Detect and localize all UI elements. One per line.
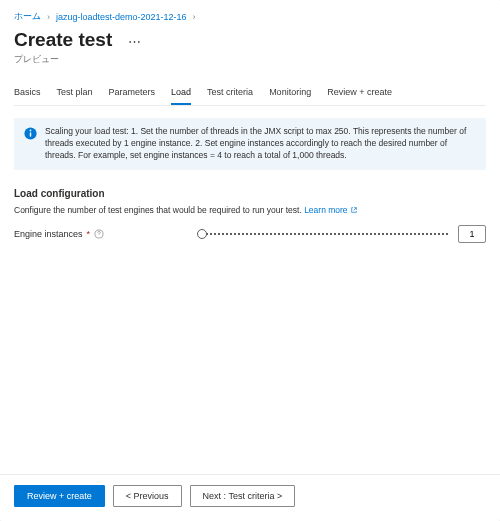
required-indicator: * [87, 229, 91, 239]
breadcrumb-resource[interactable]: jazug-loadtest-demo-2021-12-16 [56, 12, 187, 22]
section-desc-text: Configure the number of test engines tha… [14, 205, 304, 215]
slider-thumb[interactable] [197, 229, 207, 239]
chevron-right-icon: › [193, 12, 196, 22]
info-text: Scaling your load test: 1. Set the numbe… [45, 126, 476, 162]
engine-instances-slider[interactable] [202, 233, 448, 235]
footer: Review + create < Previous Next : Test c… [0, 474, 500, 521]
help-circle-icon[interactable] [94, 229, 104, 239]
chevron-right-icon: › [47, 12, 50, 22]
external-link-icon [350, 206, 358, 214]
tab-basics[interactable]: Basics [14, 82, 41, 105]
section-title: Load configuration [14, 188, 486, 199]
engine-instances-input[interactable] [458, 225, 486, 243]
svg-rect-1 [30, 132, 31, 136]
review-create-button[interactable]: Review + create [14, 485, 105, 507]
section-desc: Configure the number of test engines tha… [14, 205, 486, 215]
info-box: Scaling your load test: 1. Set the numbe… [14, 118, 486, 170]
tabs: Basics Test plan Parameters Load Test cr… [14, 82, 486, 106]
previous-button[interactable]: < Previous [113, 485, 182, 507]
engine-instances-field: Engine instances * [14, 225, 486, 243]
svg-point-4 [99, 233, 100, 234]
tab-monitoring[interactable]: Monitoring [269, 82, 311, 105]
engine-instances-label: Engine instances [14, 229, 83, 239]
page-title: Create test [14, 29, 112, 51]
tab-load[interactable]: Load [171, 82, 191, 105]
tab-parameters[interactable]: Parameters [109, 82, 156, 105]
page-subtitle: プレビュー [14, 53, 486, 66]
breadcrumb: ホーム › jazug-loadtest-demo-2021-12-16 › [14, 10, 486, 23]
tab-review-create[interactable]: Review + create [327, 82, 392, 105]
tab-test-criteria[interactable]: Test criteria [207, 82, 253, 105]
svg-point-2 [30, 130, 32, 132]
info-icon [24, 127, 37, 140]
next-button[interactable]: Next : Test criteria > [190, 485, 296, 507]
breadcrumb-home[interactable]: ホーム [14, 10, 41, 23]
more-icon[interactable]: ⋯ [124, 35, 145, 48]
learn-more-link[interactable]: Learn more [304, 205, 358, 215]
tab-test-plan[interactable]: Test plan [57, 82, 93, 105]
